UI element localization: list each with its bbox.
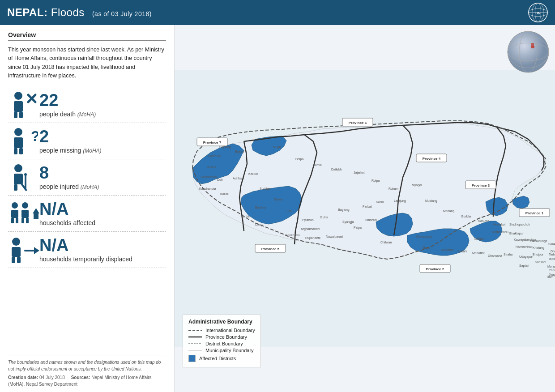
svg-text:Udayapur: Udayapur <box>519 255 533 259</box>
svg-text:Syangja: Syangja <box>342 220 354 224</box>
creation-date-value: 04 July 2018 <box>39 375 65 380</box>
svg-text:Bardiya: Bardiya <box>255 206 266 209</box>
svg-text:Terhathum: Terhathum <box>549 253 555 256</box>
injured-text: 8 people injured (MoHA) <box>39 164 166 191</box>
map-panel: .district { fill: #e8eef5; stroke: #aaa;… <box>175 25 555 392</box>
svg-text:Ramechhap: Ramechhap <box>516 245 533 249</box>
death-icon <box>8 91 39 118</box>
globe-inset <box>506 30 551 74</box>
svg-text:Bara: Bara <box>423 246 430 249</box>
svg-text:Jajarkot: Jajarkot <box>354 171 365 175</box>
svg-rect-44 <box>531 43 534 47</box>
svg-rect-24 <box>11 210 18 218</box>
svg-text:Saptari: Saptari <box>519 264 529 268</box>
svg-text:Rupandehi: Rupandehi <box>305 236 320 240</box>
international-boundary-line-icon <box>188 328 202 333</box>
svg-text:Pyuthan: Pyuthan <box>302 218 314 222</box>
households-icon <box>8 200 39 227</box>
svg-text:Jumla: Jumla <box>313 163 322 166</box>
svg-text:Banke: Banke <box>241 215 250 218</box>
svg-text:Sindhupalchok: Sindhupalchok <box>509 223 530 226</box>
svg-text:Nuwakot: Nuwakot <box>493 223 505 226</box>
svg-text:Dhankuta: Dhankuta <box>551 250 555 253</box>
svg-point-23 <box>12 202 18 209</box>
svg-text:Dolpa: Dolpa <box>295 158 303 161</box>
map-legend: Administrative Boundary International Bo… <box>183 315 261 367</box>
svg-text:Mustang: Mustang <box>425 199 437 203</box>
displaced-label: households temporarily displaced <box>39 256 166 263</box>
svg-text:Kailali: Kailali <box>220 192 229 196</box>
svg-text:Rautahat: Rautahat <box>441 248 453 251</box>
svg-text:Morang: Morang <box>547 265 555 268</box>
svg-text:Province 1: Province 1 <box>525 211 544 215</box>
un-logo-icon: UN <box>528 3 548 22</box>
svg-text:Province 5: Province 5 <box>261 247 280 251</box>
person-question-icon: ? <box>9 128 38 154</box>
svg-rect-32 <box>34 213 38 219</box>
province-boundary-label: Province Boundary <box>205 334 247 340</box>
svg-text:Mugu: Mugu <box>273 145 281 149</box>
svg-text:Siraha: Siraha <box>504 253 512 256</box>
missing-count: 2 <box>39 128 166 146</box>
header-title-group: NEPAL: Floods (as of 03 July 2018) <box>7 6 152 19</box>
svg-text:Palpa: Palpa <box>354 226 362 230</box>
svg-text:Manang: Manang <box>443 209 454 213</box>
left-panel: Overview This year monsoon has started s… <box>0 25 175 392</box>
displaced-count: N/A <box>39 236 166 255</box>
svg-rect-18 <box>14 174 23 184</box>
creation-date-label: Creation date: <box>8 375 38 380</box>
svg-text:Province 4: Province 4 <box>423 157 441 161</box>
svg-text:Province 3: Province 3 <box>472 183 490 187</box>
svg-text:Doti: Doti <box>217 178 223 181</box>
svg-text:Kapilbastu: Kapilbastu <box>286 234 300 237</box>
svg-text:Baglung: Baglung <box>338 208 350 212</box>
svg-text:Arghakhanchi: Arghakhanchi <box>301 227 320 231</box>
svg-point-33 <box>12 238 20 246</box>
person-cane-icon <box>9 164 38 191</box>
displaced-icon <box>8 236 39 263</box>
injured-icon <box>8 164 39 191</box>
svg-text:Ilam: Ilam <box>547 275 553 278</box>
svg-point-6 <box>14 92 22 100</box>
affected-districts-label: Affected Districts <box>199 356 236 361</box>
svg-text:Province 6: Province 6 <box>349 121 367 125</box>
svg-text:Panchthar: Panchthar <box>549 268 555 272</box>
svg-text:Dang: Dang <box>255 223 263 226</box>
report-date: (as of 03 July 2018) <box>92 10 152 17</box>
svg-point-22 <box>24 173 27 176</box>
disclaimer-text: The boundaries and names shown and the d… <box>8 359 166 372</box>
svg-text:Sankhuwasabha: Sankhuwasabha <box>548 243 555 246</box>
stat-death: 22 people death (MoHA) <box>8 87 166 123</box>
svg-rect-7 <box>14 101 23 112</box>
svg-text:?: ? <box>31 128 38 144</box>
person-arrow-icon <box>8 236 39 263</box>
overview-text: This year monsoon has started since last… <box>8 46 166 81</box>
svg-text:Tanahun: Tanahun <box>365 218 377 222</box>
svg-text:Gulmi: Gulmi <box>320 216 329 219</box>
district-boundary-line-icon <box>188 341 202 346</box>
svg-rect-15 <box>19 148 23 154</box>
svg-text:Taplejung: Taplejung <box>548 257 555 261</box>
svg-text:Sarlahi: Sarlahi <box>457 250 467 253</box>
death-label: people death (MoHA) <box>39 111 166 118</box>
svg-text:Bajura: Bajura <box>235 150 244 153</box>
svg-point-39 <box>508 31 549 72</box>
svg-text:Bajhang: Bajhang <box>219 145 231 149</box>
svg-rect-30 <box>26 218 29 223</box>
legend-province: Province Boundary <box>188 334 255 340</box>
legend-district: District Boundary <box>188 341 255 346</box>
missing-text: 2 people missing (MoHA) <box>39 128 166 154</box>
svg-text:Parbat: Parbat <box>363 205 372 208</box>
death-text: 22 people death (MoHA) <box>39 91 166 118</box>
svg-text:Chitwan: Chitwan <box>380 241 392 244</box>
svg-text:Bhojpur: Bhojpur <box>533 253 544 256</box>
svg-text:Mahottari: Mahottari <box>472 251 486 255</box>
svg-text:Lalitpur: Lalitpur <box>474 237 485 241</box>
legend-international: International Boundary <box>188 328 255 333</box>
svg-text:Achham: Achham <box>233 177 244 180</box>
svg-text:Lamjung: Lamjung <box>394 199 406 203</box>
households-text: N/A households affected <box>39 200 166 227</box>
svg-rect-8 <box>14 112 17 118</box>
svg-text:Dadeldhura: Dadeldhura <box>201 175 217 179</box>
stat-injured: 8 people injured (MoHA) <box>8 159 166 196</box>
